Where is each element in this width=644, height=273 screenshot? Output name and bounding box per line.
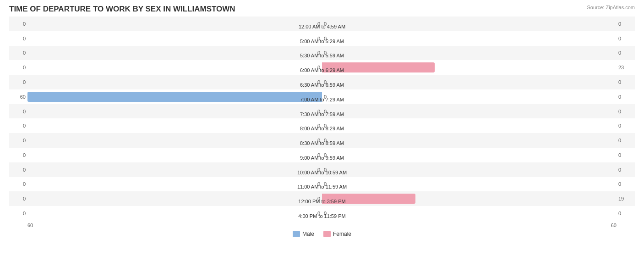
- male-bar: [27, 92, 322, 102]
- male-bar-container: 0: [27, 48, 322, 58]
- table-row: 0 0 6:30 AM to 6:59 AM 0 0: [9, 75, 635, 89]
- female-bar-container: [322, 62, 617, 72]
- left-value: 0: [9, 181, 27, 187]
- female-bar-container: 0: [322, 121, 617, 131]
- table-row: 0 0 12:00 PM to 3:59 PM 19: [9, 191, 635, 206]
- male-bar-container: 0: [27, 77, 322, 87]
- bars-section: 0 5:00 AM to 5:29 AM 0: [27, 31, 617, 46]
- center-label: 9:00 AM to 9:59 AM: [300, 155, 344, 161]
- bars-section: 0 8:30 AM to 8:59 AM 0: [27, 133, 617, 148]
- center-label: 8:30 AM to 8:59 AM: [300, 140, 344, 146]
- right-value: 0: [617, 152, 635, 158]
- left-value: 0: [9, 50, 27, 56]
- table-row: 0 0 6:00 AM to 6:29 AM 23: [9, 60, 635, 75]
- male-bar-container: 0: [27, 33, 322, 44]
- bars-section: 0 8:00 AM to 8:29 AM 0: [27, 118, 617, 133]
- bars-section: 0 9:00 AM to 9:59 AM 0: [27, 148, 617, 162]
- female-bar-container: 0: [322, 33, 617, 44]
- female-legend-label: Female: [333, 231, 351, 237]
- rows-wrapper: 0 0 12:00 AM to 4:59 AM 0 0 0 0 5:00 AM …: [9, 17, 635, 221]
- male-bar-container: 0: [27, 208, 322, 218]
- bars-section: 0 12:00 PM to 3:59 PM: [27, 191, 617, 206]
- center-label: 8:00 AM to 8:29 AM: [300, 126, 344, 131]
- center-label: 6:30 AM to 6:59 AM: [300, 82, 344, 88]
- table-row: 0 0 4:00 PM to 11:59 PM 0 0: [9, 206, 635, 221]
- male-bar-container: 0: [27, 19, 322, 29]
- left-value: 0: [9, 167, 27, 173]
- right-value: 0: [617, 109, 635, 114]
- chart-title: TIME OF DEPARTURE TO WORK BY SEX IN WILL…: [9, 5, 635, 14]
- bars-section: 0 10:00 AM to 10:59 AM 0: [27, 162, 617, 177]
- male-bar-container: 0: [27, 121, 322, 131]
- left-value: 0: [9, 21, 27, 27]
- left-value: 0: [9, 196, 27, 201]
- left-value: 60: [9, 94, 27, 100]
- table-row: 0 0 5:30 AM to 5:59 AM 0 0: [9, 46, 635, 61]
- center-label: 4:00 PM to 11:59 PM: [298, 213, 345, 219]
- bars-section: 0 12:00 AM to 4:59 AM 0: [27, 17, 617, 31]
- table-row: 0 0 8:30 AM to 8:59 AM 0 0: [9, 133, 635, 148]
- right-value: 0: [617, 167, 635, 173]
- female-bar-container: 0: [322, 48, 617, 58]
- legend-male: Male: [293, 231, 314, 237]
- x-axis-left: 60: [27, 223, 33, 228]
- bars-section: 0 6:00 AM to 6:29 AM: [27, 60, 617, 75]
- bars-section: 0 4:00 PM to 11:59 PM 0: [27, 206, 617, 221]
- bars-section: 0 5:30 AM to 5:59 AM 0: [27, 46, 617, 61]
- source-label: Source: ZipAtlas.com: [587, 5, 635, 10]
- female-bar-container: 0: [322, 92, 617, 102]
- left-value: 0: [9, 138, 27, 143]
- right-value: 0: [617, 36, 635, 41]
- x-axis: 60 60: [9, 223, 635, 228]
- left-value: 0: [9, 79, 27, 85]
- table-row: 0 0 8:00 AM to 8:29 AM 0 0: [9, 118, 635, 133]
- right-value: 0: [617, 138, 635, 143]
- male-bar-container: [27, 92, 322, 102]
- center-label: 11:00 AM to 11:59 AM: [297, 184, 347, 189]
- center-label: 7:00 AM to 7:29 AM: [300, 97, 344, 102]
- female-legend-box: [323, 231, 331, 237]
- right-value: 0: [617, 181, 635, 187]
- right-value: 0: [617, 211, 635, 216]
- male-bar-container: 0: [27, 135, 322, 145]
- bars-section: 0 11:00 AM to 11:59 AM 0: [27, 177, 617, 192]
- right-value: 19: [617, 196, 635, 201]
- legend-female: Female: [323, 231, 351, 237]
- left-value: 0: [9, 123, 27, 128]
- bars-section: 0 7:30 AM to 7:59 AM 0: [27, 104, 617, 119]
- table-row: 0 0 7:30 AM to 7:59 AM 0 0: [9, 104, 635, 119]
- center-label: 5:00 AM to 5:29 AM: [300, 39, 344, 44]
- left-value: 0: [9, 65, 27, 70]
- right-value: 0: [617, 50, 635, 56]
- right-value: 0: [617, 21, 635, 27]
- female-bar-container: 0: [322, 77, 617, 87]
- right-value: 23: [617, 65, 635, 70]
- table-row: 0 0 11:00 AM to 11:59 AM 0 0: [9, 177, 635, 192]
- table-row: 0 0 5:00 AM to 5:29 AM 0 0: [9, 31, 635, 46]
- female-bar-container: 0: [322, 165, 617, 175]
- chart-area: 0 0 12:00 AM to 4:59 AM 0 0 0 0 5:00 AM …: [9, 17, 635, 234]
- left-value: 0: [9, 152, 27, 158]
- female-bar-container: 0: [322, 106, 617, 116]
- center-label: 10:00 AM to 10:59 AM: [297, 170, 347, 175]
- female-bar-container: [322, 194, 617, 204]
- center-label: 7:30 AM to 7:59 AM: [300, 111, 344, 117]
- female-bar-container: 0: [322, 179, 617, 189]
- table-row: 0 0 12:00 AM to 4:59 AM 0 0: [9, 17, 635, 31]
- male-legend-label: Male: [302, 231, 314, 237]
- right-value: 0: [617, 123, 635, 128]
- center-label: 12:00 AM to 4:59 AM: [299, 24, 345, 29]
- right-value: 0: [617, 94, 635, 100]
- table-row: 0 0 9:00 AM to 9:59 AM 0 0: [9, 148, 635, 162]
- male-legend-box: [293, 231, 300, 237]
- center-label: 6:00 AM to 6:29 AM: [300, 67, 344, 73]
- male-bar-container: 0: [27, 150, 322, 160]
- female-bar-container: 0: [322, 135, 617, 145]
- female-bar-container: 0: [322, 208, 617, 218]
- left-value: 0: [9, 109, 27, 114]
- left-value: 0: [9, 36, 27, 41]
- table-row: 60 7:00 AM to 7:29 AM 0 0: [9, 89, 635, 104]
- legend: Male Female: [9, 231, 635, 237]
- x-axis-right: 60: [611, 223, 617, 228]
- female-bar-container: 0: [322, 19, 617, 29]
